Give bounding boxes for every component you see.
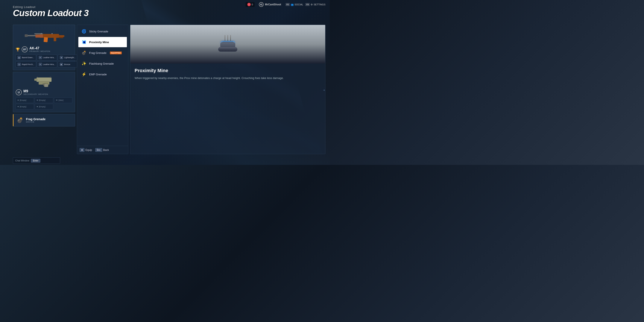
attachment-slot-0[interactable]: ▬ Barrel Exten... (16, 54, 36, 60)
scroll-indicator (324, 90, 325, 91)
equipment-item-sticky-grenade[interactable]: 🌀 Sticky Grenade (78, 26, 127, 36)
equip-label: Equip (86, 148, 92, 152)
primary-weapon-name: AK-47 (30, 46, 50, 50)
settings-button[interactable]: F3 ⚙ SETTINGS (305, 3, 326, 6)
attachment-label-3: Rapid Fire B... (22, 63, 34, 66)
equipment-item-emp-grenade[interactable]: ⚡ EMP Grenade (78, 69, 127, 80)
bottom-bar: Chat Window Enter (13, 156, 330, 165)
primary-weapon-info: 🏆 107 AK-47 PRIMARY WEAPON (16, 46, 72, 52)
equipped-badge: EQUIPPED (110, 52, 122, 54)
mine-base (218, 47, 238, 52)
equip-button[interactable]: ⊟ Equip (80, 148, 92, 152)
main-container: 🏆 107 AK-47 PRIMARY WEAPON ▬ Barrel Exte… (13, 25, 326, 154)
attachment-label-2: Lightweight... (64, 56, 76, 58)
antenna-rod-3 (230, 35, 231, 41)
equipment-item-flashbang[interactable]: ✨ Flashbang Grenade (78, 58, 127, 69)
svg-rect-10 (52, 33, 52, 34)
back-key: Esc (95, 148, 102, 152)
credits-value: 0 (252, 3, 253, 6)
social-button[interactable]: F2 👥 SOCIAL (286, 3, 303, 6)
primary-weapon-type: PRIMARY WEAPON (30, 50, 50, 52)
svg-rect-6 (54, 37, 56, 41)
device-type: DEVICE (26, 121, 46, 123)
top-buttons: F2 👥 SOCIAL F3 ⚙ SETTINGS (286, 3, 326, 6)
attachment-slot-2[interactable]: ◈ Lightweight... (58, 54, 77, 60)
emp-grenade-name: EMP Grenade (89, 73, 107, 76)
secondary-weapon-type: SECONDARY WEAPON (24, 93, 48, 95)
svg-rect-7 (36, 34, 43, 38)
rank-icon: 🏆 (16, 48, 20, 52)
mine-3d-model (215, 34, 241, 55)
chat-enter-button[interactable]: Enter (31, 159, 40, 162)
player-level: 41 (259, 2, 264, 7)
flashbang-name: Flashbang Grenade (89, 62, 114, 65)
secondary-weapon-info: 12 M9 SECONDARY WEAPON (16, 89, 72, 95)
back-button[interactable]: Esc Back (95, 148, 109, 152)
attachment-slot-1[interactable]: ✦ Leather-Wra... (37, 54, 57, 60)
plus-icon-2: + (18, 105, 19, 108)
attachment-slot-3[interactable]: ◎ Rapid Fire B... (16, 62, 36, 68)
m9-weapon-image (32, 75, 56, 87)
primary-weapon-level: 107 (22, 46, 28, 52)
credits-display: ⬡ 0 (246, 2, 254, 7)
item-detail: Proximity Mine When triggered by nearby … (130, 64, 325, 154)
svg-rect-17 (44, 84, 48, 87)
rapidfire-icon: ◎ (18, 63, 21, 66)
item-detail-panel: Proximity Mine When triggered by nearby … (130, 25, 326, 154)
attachment-label-5: Bronze (64, 63, 70, 66)
item-detail-name: Proximity Mine (134, 68, 321, 74)
svg-rect-1 (59, 37, 63, 38)
device-card[interactable]: 💣 Frag Grenade DEVICE (13, 114, 75, 126)
social-label: SOCIAL (294, 3, 303, 6)
empty-label-1: [Empty] (39, 99, 46, 101)
attachment-slot-5[interactable]: ◉ Bronze (58, 62, 77, 68)
equipment-item-proximity-mine[interactable]: 💥 Proximity Mine (78, 37, 127, 47)
secondary-weapon-card: 12 M9 SECONDARY WEAPON + [Empty] + [Empt… (13, 72, 75, 112)
lightweight-icon: ◈ (60, 56, 63, 59)
secondary-slot-0[interactable]: + [Empty] (16, 98, 34, 103)
device-name: Frag Grenade (26, 118, 46, 121)
primary-weapon-display (16, 28, 72, 45)
barrel-icon: ▬ (18, 56, 21, 59)
sticky-grenade-name: Sticky Grenade (89, 30, 108, 33)
equipment-actions: ⊟ Equip Esc Back (77, 146, 128, 154)
frag-grenade-icon: 💣 (81, 50, 87, 56)
skin-slot[interactable]: 👁 [Skin] (54, 98, 72, 103)
credits-icon: ⬡ (247, 3, 251, 6)
attachment-slot-4[interactable]: ✦ Leather-Wra... (37, 62, 57, 68)
chat-window-label: Chat Window (15, 159, 29, 162)
settings-key: F3 (305, 3, 310, 6)
svg-rect-9 (41, 33, 42, 34)
secondary-attachments-grid: + [Empty] + [Empty] 👁 [Skin] + [Empty] + (16, 98, 72, 110)
settings-icon: ⚙ (310, 3, 313, 6)
rank-badge: 🏆 (16, 48, 20, 52)
secondary-weapon-display (16, 75, 72, 88)
secondary-slot-2[interactable]: + [Empty] (16, 104, 34, 110)
skin-label: [Skin] (58, 99, 64, 101)
svg-rect-13 (36, 78, 52, 82)
item-preview (130, 25, 325, 64)
sticky-grenade-icon: 🌀 (81, 28, 87, 34)
item-description: When triggered by nearby enemies, the Pr… (134, 76, 321, 80)
svg-rect-4 (25, 34, 28, 37)
secondary-weapon-level: 12 (16, 89, 22, 95)
device-icon: 💣 (16, 116, 24, 124)
flashbang-icon: ✨ (81, 60, 87, 66)
secondary-slot-3[interactable]: + [Empty] (35, 104, 53, 110)
social-key: F2 (286, 3, 290, 6)
svg-rect-18 (37, 77, 38, 78)
secondary-slot-1[interactable]: + [Empty] (35, 98, 53, 103)
equipment-item-frag-grenade[interactable]: 💣 Frag Grenade EQUIPPED (78, 48, 127, 58)
loadout-title: Custom Loadout 3 (13, 8, 89, 18)
plus-icon-3: + (36, 105, 38, 108)
chat-window: Chat Window Enter (13, 157, 60, 164)
equipment-list-panel: 🌀 Sticky Grenade 💥 Proximity Mine 💣 Frag… (77, 25, 128, 154)
header: Editing Loadout Custom Loadout 3 (13, 5, 89, 18)
equipment-list: 🌀 Sticky Grenade 💥 Proximity Mine 💣 Frag… (77, 25, 128, 146)
player-info: 41 MrCantShoot (259, 2, 281, 7)
ak47-weapon-image (22, 29, 66, 43)
attachment-label-0: Barrel Exten... (22, 56, 34, 58)
proximity-mine-name: Proximity Mine (89, 40, 109, 44)
wrap-icon-1: ✦ (39, 56, 42, 59)
bronze-icon: ◉ (60, 63, 63, 66)
